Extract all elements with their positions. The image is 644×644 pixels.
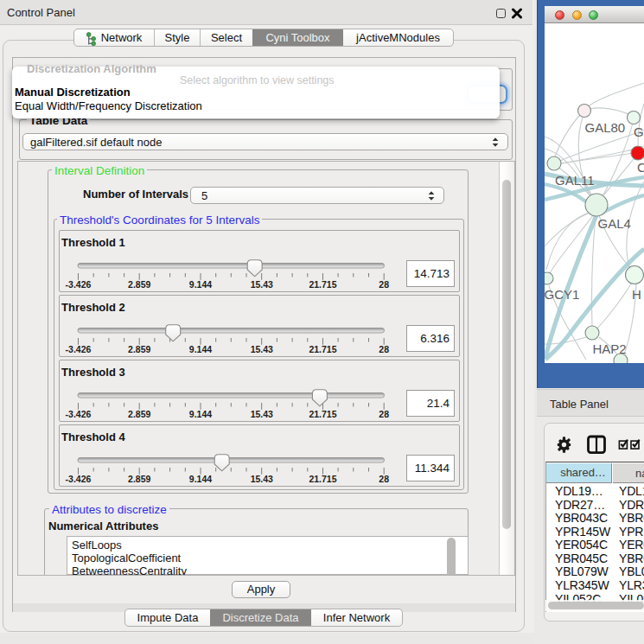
svg-text:GAL11: GAL11 <box>555 173 595 188</box>
svg-text:GCY1: GCY1 <box>545 287 579 302</box>
svg-text:GAL4: GAL4 <box>598 216 631 231</box>
svg-text:GA: GA <box>634 124 644 139</box>
svg-text:H: H <box>632 287 641 302</box>
svg-text:GAL80: GAL80 <box>585 120 626 135</box>
svg-text:HAP2: HAP2 <box>593 341 627 356</box>
svg-text:C: C <box>637 160 644 175</box>
